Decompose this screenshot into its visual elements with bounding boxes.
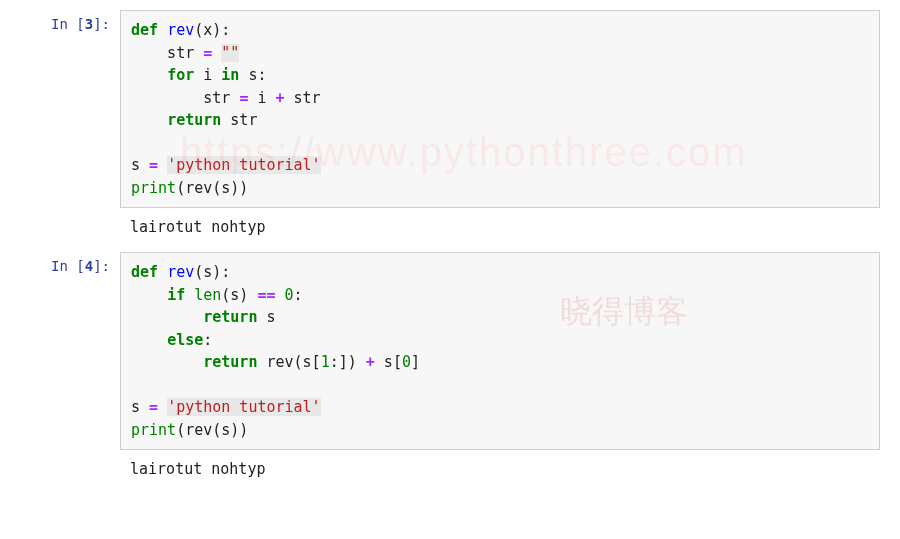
code-text bbox=[131, 111, 167, 129]
code-text: (rev(s)) bbox=[176, 179, 248, 197]
prompt-suffix: ]: bbox=[93, 16, 110, 32]
keyword-def: def bbox=[131, 263, 158, 281]
string-literal: 'python tutorial' bbox=[167, 156, 321, 174]
code-text: rev(s[ bbox=[257, 353, 320, 371]
number-literal: 0 bbox=[402, 353, 411, 371]
code-text: i bbox=[194, 66, 221, 84]
code-text bbox=[131, 331, 167, 349]
output-cell: lairotut nohtyp bbox=[20, 454, 880, 490]
op-eq: = bbox=[149, 156, 158, 174]
op-plus: + bbox=[366, 353, 375, 371]
keyword-return: return bbox=[167, 111, 221, 129]
input-prompt: In [4]: bbox=[20, 252, 120, 450]
code-text bbox=[131, 308, 203, 326]
keyword-in: in bbox=[221, 66, 239, 84]
code-output: lairotut nohtyp bbox=[120, 454, 880, 490]
builtin-print: print bbox=[131, 421, 176, 439]
keyword-if: if bbox=[167, 286, 185, 304]
keyword-else: else bbox=[167, 331, 203, 349]
code-text: (rev(s)) bbox=[176, 421, 248, 439]
code-text: str bbox=[131, 44, 203, 62]
keyword-return: return bbox=[203, 353, 257, 371]
code-text: s[ bbox=[375, 353, 402, 371]
op-eqeq: == bbox=[257, 286, 275, 304]
code-text: :]) bbox=[330, 353, 366, 371]
prompt-prefix: In [ bbox=[51, 258, 85, 274]
code-text bbox=[131, 66, 167, 84]
prompt-number: 3 bbox=[85, 16, 93, 32]
code-cell: In [3]: def rev(x): str = "" for i in s:… bbox=[20, 10, 880, 208]
op-plus: + bbox=[276, 89, 285, 107]
keyword-for: for bbox=[167, 66, 194, 84]
code-input[interactable]: def rev(s): if len(s) == 0: return s els… bbox=[120, 252, 880, 450]
code-text: str bbox=[221, 111, 257, 129]
op-eq: = bbox=[203, 44, 212, 62]
code-text bbox=[131, 353, 203, 371]
func-name: rev bbox=[167, 263, 194, 281]
code-text: s bbox=[131, 156, 149, 174]
code-text bbox=[185, 286, 194, 304]
params: (s): bbox=[194, 263, 230, 281]
number-literal: 0 bbox=[285, 286, 294, 304]
code-text: : bbox=[203, 331, 212, 349]
code-text: str bbox=[131, 89, 239, 107]
string-literal: "" bbox=[221, 44, 239, 62]
output-prompt bbox=[20, 454, 120, 490]
code-text: ] bbox=[411, 353, 420, 371]
code-text: s bbox=[131, 398, 149, 416]
code-text bbox=[158, 156, 167, 174]
params: (x): bbox=[194, 21, 230, 39]
code-text bbox=[158, 398, 167, 416]
code-text: str bbox=[285, 89, 321, 107]
code-input[interactable]: def rev(x): str = "" for i in s: str = i… bbox=[120, 10, 880, 208]
code-text: s bbox=[257, 308, 275, 326]
prompt-number: 4 bbox=[85, 258, 93, 274]
string-literal: 'python tutorial' bbox=[167, 398, 321, 416]
code-text: : bbox=[294, 286, 303, 304]
output-cell: lairotut nohtyp bbox=[20, 212, 880, 248]
output-prompt bbox=[20, 212, 120, 248]
keyword-def: def bbox=[131, 21, 158, 39]
code-cell: In [4]: def rev(s): if len(s) == 0: retu… bbox=[20, 252, 880, 450]
code-output: lairotut nohtyp bbox=[120, 212, 880, 248]
code-text: i bbox=[248, 89, 275, 107]
op-eq: = bbox=[149, 398, 158, 416]
code-text: s: bbox=[239, 66, 266, 84]
func-name: rev bbox=[167, 21, 194, 39]
prompt-suffix: ]: bbox=[93, 258, 110, 274]
keyword-return: return bbox=[203, 308, 257, 326]
builtin-len: len bbox=[194, 286, 221, 304]
input-prompt: In [3]: bbox=[20, 10, 120, 208]
code-text bbox=[276, 286, 285, 304]
builtin-print: print bbox=[131, 179, 176, 197]
code-text bbox=[212, 44, 221, 62]
number-literal: 1 bbox=[321, 353, 330, 371]
code-text bbox=[131, 286, 167, 304]
code-text: (s) bbox=[221, 286, 257, 304]
prompt-prefix: In [ bbox=[51, 16, 85, 32]
